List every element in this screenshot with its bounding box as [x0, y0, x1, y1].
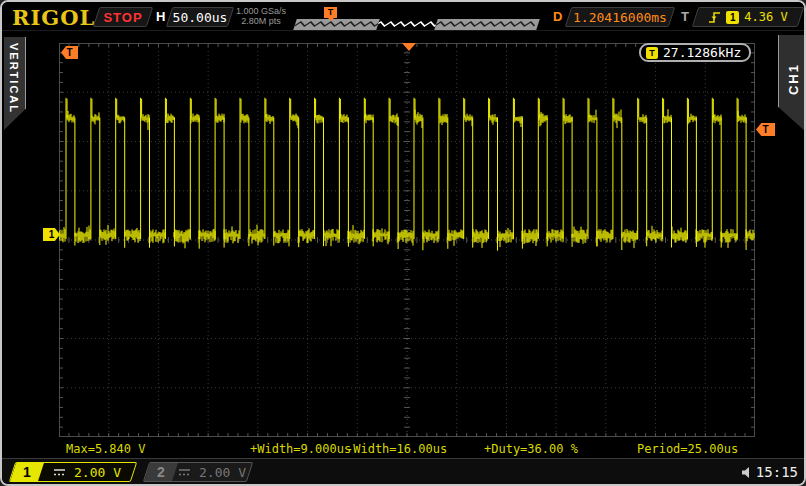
rising-edge-icon	[708, 10, 721, 24]
sample-rate: 1.000 GSa/s	[233, 6, 289, 16]
measurement-max: Max=5.840 V	[66, 442, 145, 456]
trigger-position-arrow[interactable]	[402, 43, 416, 51]
bottom-channel-bar: 1 2.00 V 2 2.00 V 15:	[2, 458, 804, 486]
channel1-ground-flag[interactable]: 1	[43, 228, 60, 241]
channel1-scale: 2.00 V	[74, 465, 121, 480]
trigger-level-value: 4.36 V	[744, 10, 787, 24]
menu-tab-vertical[interactable]: VERTICAL	[4, 37, 26, 130]
memory-display-window[interactable]	[376, 19, 438, 30]
counter-value: 27.1286kHz	[663, 45, 741, 60]
timebase-panel: 50.00us	[166, 7, 234, 27]
menu-tab-ch1-label: CH1	[786, 63, 801, 95]
trigger-source-badge: 1	[726, 11, 739, 24]
trigger-label: T	[681, 9, 689, 24]
memory-depth: 2.80M pts	[233, 16, 289, 26]
timebase-value: 50.00us	[173, 10, 228, 25]
channel2-number: 2	[157, 464, 165, 480]
clock-readout: 15:15	[741, 464, 798, 480]
measurement-pwidth: +Width=9.000us	[250, 442, 351, 456]
frequency-counter: T 27.1286kHz	[639, 43, 751, 62]
graticule-waveform	[59, 43, 755, 437]
measurement-duty: +Duty=36.00 %	[484, 442, 578, 456]
measurement-period: Period=25.00us	[637, 442, 738, 456]
delay-label: D	[553, 9, 562, 24]
dc-coupling-icon	[53, 468, 66, 477]
memory-trigger-marker[interactable]: T	[324, 7, 337, 18]
horizontal-label: H	[156, 9, 165, 24]
top-status-bar: RIGOL STOP H 50.00us 1.000 GSa/s 2.80M p…	[2, 2, 804, 31]
run-status: STOP	[103, 10, 142, 25]
measurement-nwidth: -Width=16.00us	[346, 442, 447, 456]
channel2-status[interactable]: 2 2.00 V	[143, 462, 253, 482]
channel1-status[interactable]: 1 2.00 V	[9, 462, 137, 482]
delay-value: 1.20416000ms	[573, 10, 667, 25]
menu-tab-ch1[interactable]: CH1	[778, 35, 806, 132]
counter-source-badge: T	[646, 47, 658, 59]
rigol-logo: RIGOL	[12, 5, 95, 30]
trigger-panel: 1 4.36 V	[692, 7, 804, 27]
speaker-icon	[741, 466, 753, 479]
channel1-number: 1	[23, 464, 31, 480]
channel2-scale: 2.00 V	[199, 465, 246, 480]
dc-coupling-icon	[178, 468, 191, 477]
sample-rate-readout: 1.000 GSa/s 2.80M pts	[233, 6, 289, 26]
menu-tab-vertical-label: VERTICAL	[8, 43, 20, 114]
clock-time: 15:15	[756, 464, 798, 480]
oscilloscope-screen: RIGOL STOP H 50.00us 1.000 GSa/s 2.80M p…	[0, 0, 806, 486]
delay-panel: 1.20416000ms	[565, 7, 675, 27]
trigger-level-flag[interactable]: T	[756, 123, 775, 136]
run-status-panel: STOP	[93, 7, 153, 27]
